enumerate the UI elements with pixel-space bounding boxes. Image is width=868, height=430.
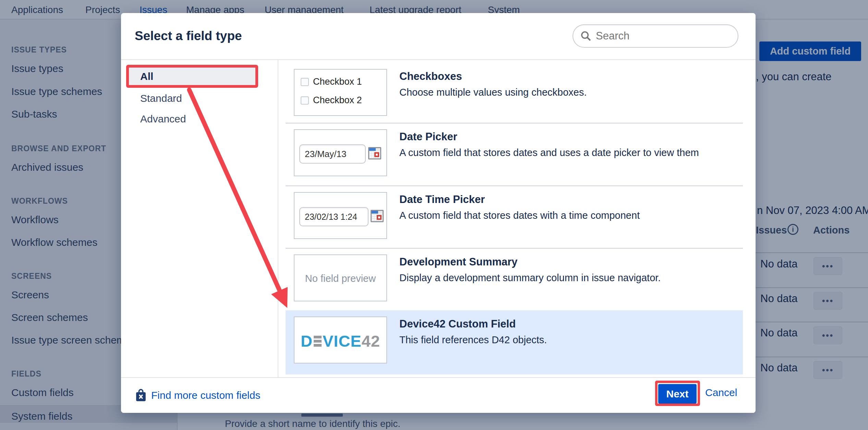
datetime-input-preview: 23/02/13 1:24 xyxy=(299,207,369,226)
field-type-row-checkboxes[interactable]: Checkbox 1 Checkbox 2 Checkboxes Choose … xyxy=(286,63,743,123)
field-preview: No field preview xyxy=(294,254,387,301)
no-field-preview-text: No field preview xyxy=(294,273,386,284)
header-divider xyxy=(121,59,756,60)
calendar-icon xyxy=(371,210,384,222)
tabs-divider xyxy=(278,60,278,377)
checkbox-label: Checkbox 1 xyxy=(313,76,362,87)
field-title: Date Time Picker xyxy=(399,193,485,206)
field-title: Development Summary xyxy=(399,256,518,268)
field-type-row-device42[interactable]: D VICE 42 Device42 Custom Field This fie… xyxy=(286,310,743,374)
logo-letter-d: D xyxy=(301,332,313,350)
device42-logo: D VICE 42 xyxy=(294,332,386,350)
field-title: Checkboxes xyxy=(399,70,462,83)
cancel-link[interactable]: Cancel xyxy=(705,387,737,398)
search-input[interactable] xyxy=(596,30,731,42)
field-type-row-date-picker[interactable]: 23/May/13 Date Picker A custom field tha… xyxy=(286,123,743,186)
screen: Applications Projects Issues Manage apps… xyxy=(0,0,868,430)
field-title: Device42 Custom Field xyxy=(399,318,516,330)
search-icon xyxy=(580,30,592,42)
annotation-box-all-tab xyxy=(126,65,258,88)
checkbox-icon xyxy=(301,96,309,105)
tab-advanced[interactable]: Advanced xyxy=(140,113,186,125)
field-description: A custom field that stores dates with a … xyxy=(399,210,640,221)
logo-bars-icon xyxy=(314,336,322,347)
field-preview: 23/02/13 1:24 xyxy=(294,192,387,239)
field-preview: Checkbox 1 Checkbox 2 xyxy=(294,69,387,116)
checkbox-label: Checkbox 2 xyxy=(313,95,362,106)
field-description: Choose multiple values using checkboxes. xyxy=(399,87,587,98)
calendar-icon xyxy=(368,147,381,159)
logo-letters-vice: VICE xyxy=(323,332,362,350)
field-description: Display a development summary column in … xyxy=(399,272,661,284)
field-type-row-date-time-picker[interactable]: 23/02/13 1:24 Date Time Picker A custom … xyxy=(286,186,743,248)
find-more-custom-fields-link[interactable]: Find more custom fields xyxy=(151,390,260,401)
field-preview: 23/May/13 xyxy=(294,129,387,176)
field-type-row-development-summary[interactable]: No field preview Development Summary Dis… xyxy=(286,248,743,310)
marketplace-icon xyxy=(135,387,147,403)
field-description: A custom field that stores dates and use… xyxy=(399,147,699,158)
field-preview: D VICE 42 xyxy=(294,316,387,363)
logo-number-42: 42 xyxy=(362,332,380,350)
search-box xyxy=(572,24,738,48)
date-input-preview: 23/May/13 xyxy=(299,144,366,164)
field-title: Date Picker xyxy=(399,131,457,143)
field-description: This field references D42 objects. xyxy=(399,334,547,346)
tab-standard[interactable]: Standard xyxy=(140,93,182,104)
checkbox-icon xyxy=(301,78,309,86)
dialog-title: Select a field type xyxy=(135,29,242,43)
annotation-box-next-button xyxy=(655,381,700,406)
